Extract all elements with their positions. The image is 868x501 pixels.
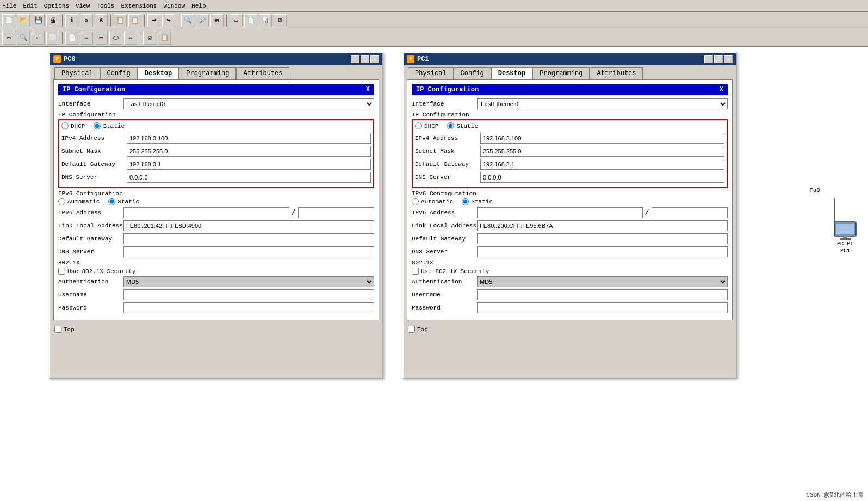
pc0-close[interactable]: ✕: [370, 55, 379, 63]
pc0-auth-select[interactable]: MD5: [123, 276, 374, 287]
pc1-auth-select[interactable]: MD5: [477, 276, 728, 287]
pc0-ipv4-input[interactable]: [127, 133, 371, 144]
pc1-tab-physical[interactable]: Physical: [408, 67, 454, 79]
pc1-minimize[interactable]: _: [704, 55, 713, 63]
tb-undo[interactable]: ↩: [147, 14, 160, 27]
pc1-dns-input[interactable]: [480, 172, 724, 183]
pc0-ipv6-dns-input[interactable]: [123, 246, 374, 257]
pc1-dot1x-checkbox[interactable]: [412, 268, 419, 275]
pc0-ipv6-gateway-input[interactable]: [123, 233, 374, 244]
tb-doc2[interactable]: 📊: [259, 14, 272, 27]
pc1-link-local-input[interactable]: [477, 220, 728, 231]
pc0-tab-config[interactable]: Config: [100, 67, 138, 79]
tb-rect[interactable]: ▭: [230, 14, 243, 27]
pc1-top-checkbox[interactable]: Top: [408, 326, 428, 333]
pc0-subnet-label: Subnet Mask: [61, 148, 127, 154]
pc0-password-input[interactable]: [123, 302, 374, 313]
tb-zoom-fit[interactable]: ⊞: [210, 14, 224, 27]
pc0-subnet-input[interactable]: [127, 146, 371, 157]
tb2-rect2[interactable]: ▭: [95, 32, 108, 45]
pc1-static-v6-radio[interactable]: Static: [462, 198, 493, 205]
tb-new[interactable]: 📄: [2, 14, 15, 27]
pc0-tab-physical[interactable]: Physical: [54, 67, 100, 79]
pc1-ipv6-dns-input[interactable]: [477, 246, 728, 257]
pc0-username-input[interactable]: [123, 289, 374, 300]
pc1-gateway-input[interactable]: [480, 159, 724, 170]
tb2-zoom[interactable]: 🔍: [17, 32, 30, 45]
menu-window[interactable]: Window: [163, 3, 185, 9]
tb-save[interactable]: 💾: [32, 14, 45, 27]
tb-redo[interactable]: ↪: [162, 14, 175, 27]
pc1-password-input[interactable]: [477, 302, 728, 313]
pc0-tab-programming[interactable]: Programming: [179, 67, 236, 79]
tb-copy[interactable]: 📋: [114, 14, 127, 27]
tb2-square[interactable]: ⬜: [46, 32, 59, 45]
pc1-static-radio[interactable]: Static: [447, 122, 478, 129]
pc0-minimize[interactable]: _: [351, 55, 359, 63]
tb2-pencil[interactable]: ✏: [80, 32, 93, 45]
pc0-top-checkbox[interactable]: Top: [54, 326, 75, 333]
pc1-dhcp-radio[interactable]: DHCP: [415, 122, 438, 129]
tb2-select[interactable]: ▭: [2, 32, 15, 45]
tb-info[interactable]: ℹ: [65, 14, 78, 27]
tb-doc1[interactable]: 📄: [244, 14, 257, 27]
pc0-dhcp-radio[interactable]: DHCP: [61, 122, 85, 129]
tb-a[interactable]: A: [95, 14, 108, 27]
pc1-subnet-input[interactable]: [480, 146, 724, 157]
pc1-tab-config[interactable]: Config: [454, 67, 491, 79]
tb2-pen[interactable]: ✏: [124, 32, 137, 45]
pc1-tab-desktop[interactable]: Desktop: [491, 67, 532, 79]
pc0-tab-attributes[interactable]: Attributes: [236, 67, 289, 79]
pc1-tab-programming[interactable]: Programming: [532, 67, 590, 79]
menu-edit[interactable]: Edit: [23, 3, 37, 9]
menu-extensions[interactable]: Extensions: [121, 3, 157, 9]
tb-open[interactable]: 📂: [17, 14, 30, 27]
tb-paste[interactable]: 📋: [128, 14, 141, 27]
pc0-static-v6-radio[interactable]: Static: [108, 198, 139, 205]
pc0-link-local-input[interactable]: [123, 220, 374, 231]
pc1-top-check[interactable]: [408, 326, 415, 333]
pc0-top-check[interactable]: [54, 326, 61, 333]
tb-monitor[interactable]: 🖥: [274, 14, 287, 27]
pc1-username-input[interactable]: [477, 289, 728, 300]
tb-zoom-in[interactable]: 🔍: [181, 14, 194, 27]
pc0-auto-radio[interactable]: Automatic: [58, 198, 100, 205]
tb2-mail[interactable]: ✉: [143, 32, 156, 45]
pc0-maximize[interactable]: □: [361, 55, 369, 63]
pc0-interface-select[interactable]: FastEthernet0: [123, 98, 374, 109]
tb2-doc[interactable]: 📄: [65, 32, 78, 45]
pc0-gateway-input[interactable]: [127, 159, 371, 170]
pc0-auth-label: Authentication: [58, 279, 123, 285]
tb2-back[interactable]: ←: [32, 32, 45, 45]
tb-zoom-out[interactable]: 🔎: [196, 14, 209, 27]
pc0-highlight-box: DHCP Static IPv4 Address Subnet Mask: [58, 119, 374, 188]
pc1-maximize[interactable]: □: [714, 55, 723, 63]
pc1-ipv6-prefix-input[interactable]: [652, 207, 728, 218]
pc1-tab-attributes[interactable]: Attributes: [590, 67, 643, 79]
pc0-tab-desktop[interactable]: Desktop: [138, 67, 179, 79]
menu-help[interactable]: Help: [191, 3, 206, 9]
pc0-ip-config-close[interactable]: X: [366, 86, 370, 94]
pc0-ipv6-addr-input[interactable]: [123, 207, 289, 218]
pc0-static-radio[interactable]: Static: [94, 122, 125, 129]
menu-tools[interactable]: Tools: [96, 3, 114, 9]
pc0-dot1x-checkbox[interactable]: [58, 268, 65, 275]
pc0-ipv6-prefix-input[interactable]: [298, 207, 374, 218]
pc1-ipv4-input[interactable]: [480, 133, 724, 144]
pc1-ipv6-addr-input[interactable]: [477, 207, 643, 218]
tb-print[interactable]: 🖨: [46, 14, 59, 27]
pc1-auto-radio[interactable]: Automatic: [412, 198, 453, 205]
tb2-clip[interactable]: 📋: [158, 32, 171, 45]
pc1-ip-config-close[interactable]: X: [720, 86, 723, 94]
pc1-close[interactable]: ✕: [724, 55, 733, 63]
pc0-dns-input[interactable]: [127, 172, 371, 183]
menu-file[interactable]: File: [2, 3, 16, 9]
menu-options[interactable]: Options: [44, 3, 69, 9]
pc1-interface-select[interactable]: FastEthernet0: [477, 98, 728, 109]
menu-view[interactable]: View: [76, 3, 90, 9]
pc1-ipv6-gateway-input[interactable]: [477, 233, 728, 244]
pc1-top-label: Top: [417, 326, 428, 333]
tb-settings[interactable]: ⚙: [80, 14, 93, 27]
tb2-oval[interactable]: ⬭: [109, 32, 122, 45]
pc0-ip-config-sublabel: IP Configuration: [58, 112, 374, 118]
